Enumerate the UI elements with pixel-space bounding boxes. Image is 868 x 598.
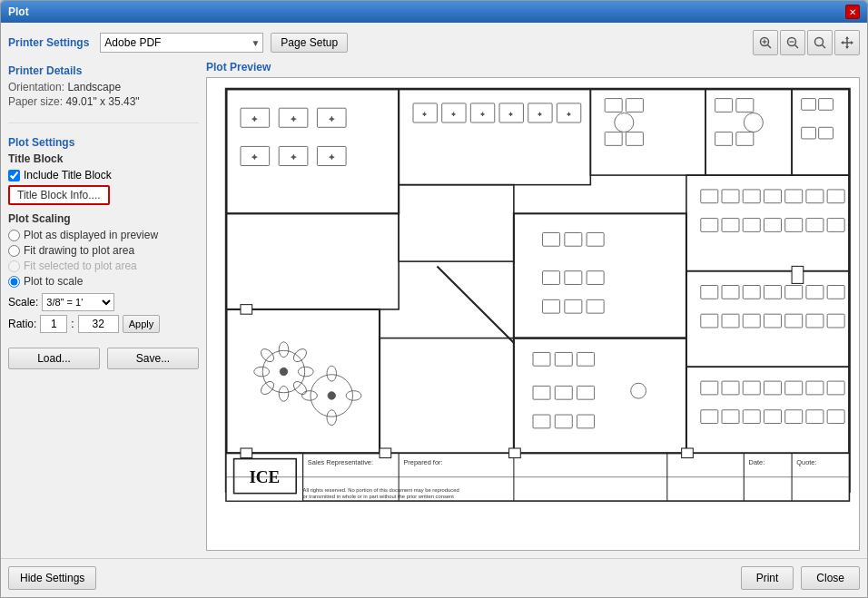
radio-fit-drawing-input[interactable] — [8, 245, 20, 257]
radio-plot-to-scale-input[interactable] — [8, 276, 20, 288]
printer-dropdown-wrapper: Adobe PDF ▼ — [100, 33, 263, 53]
ratio-left-input[interactable] — [40, 315, 67, 333]
main-content: Printer Settings Adobe PDF ▼ Page Setup — [1, 23, 867, 558]
svg-text:✦: ✦ — [252, 152, 258, 162]
svg-text:✦: ✦ — [567, 111, 571, 117]
radio-fit-selected-input — [8, 260, 20, 272]
pan-button[interactable] — [834, 30, 860, 55]
svg-text:Date:: Date: — [749, 458, 765, 466]
svg-text:Quote:: Quote: — [796, 458, 816, 466]
window-title: Plot — [8, 5, 29, 18]
scale-dropdown-wrapper: 3/8" = 1' — [42, 293, 114, 311]
ratio-colon: : — [71, 318, 74, 330]
svg-text:✦: ✦ — [291, 152, 297, 162]
svg-text:✦: ✦ — [480, 111, 485, 117]
include-title-block-checkbox[interactable] — [8, 170, 20, 181]
svg-point-134 — [328, 392, 335, 399]
orientation-label: Orientation: — [8, 81, 64, 93]
apply-button[interactable]: Apply — [123, 315, 161, 333]
radio-fit-selected: Fit selected to plot area — [8, 260, 199, 272]
include-title-block-row: Include Title Block — [8, 169, 199, 181]
radio-plot-to-scale: Plot to scale — [8, 275, 199, 288]
scale-select[interactable]: 3/8" = 1' — [42, 293, 114, 311]
svg-marker-11 — [845, 36, 849, 39]
radio-fit-selected-label: Fit selected to plot area — [24, 260, 137, 272]
include-title-block-label: Include Title Block — [24, 169, 112, 181]
svg-text:✦: ✦ — [291, 114, 297, 123]
load-save-row: Load... Save... — [8, 348, 199, 369]
ratio-right-input[interactable] — [78, 315, 119, 333]
svg-text:✦: ✦ — [252, 114, 258, 123]
save-button[interactable]: Save... — [107, 348, 199, 369]
svg-point-7 — [815, 38, 824, 46]
printer-details-section: Printer Details Orientation: Landscape P… — [8, 61, 199, 113]
printer-settings-label: Printer Settings — [8, 36, 89, 49]
plot-settings-header: Plot Settings — [8, 136, 199, 149]
svg-line-8 — [823, 45, 826, 49]
svg-text:✦: ✦ — [451, 111, 456, 117]
hide-settings-button[interactable]: Hide Settings — [8, 566, 96, 590]
title-block-info-button[interactable]: Title Block Info.... — [8, 185, 110, 205]
zoom-out-button[interactable] — [780, 30, 805, 55]
radio-displayed-preview: Plot as displayed in preview — [8, 229, 199, 241]
title-block-section: Title Block Include Title Block Title Bl… — [8, 152, 199, 205]
paper-size-row: Paper size: 49.01" x 35.43" — [8, 95, 199, 108]
svg-text:✦: ✦ — [422, 111, 427, 117]
svg-line-5 — [795, 45, 799, 49]
page-setup-button[interactable]: Page Setup — [271, 33, 348, 53]
svg-rect-166 — [682, 448, 694, 458]
svg-rect-15 — [226, 89, 849, 491]
svg-rect-169 — [792, 266, 804, 283]
radio-displayed-preview-input[interactable] — [8, 230, 20, 241]
svg-rect-165 — [509, 448, 521, 458]
svg-text:Sales Representative:: Sales Representative: — [308, 458, 373, 466]
svg-text:✦: ✦ — [329, 152, 335, 162]
preview-label: Plot Preview — [206, 61, 860, 74]
paper-size-value: 49.01" x 35.43" — [65, 95, 139, 108]
ratio-row: Ratio: : Apply — [8, 315, 199, 333]
svg-rect-168 — [241, 305, 252, 315]
orientation-row: Orientation: Landscape — [8, 81, 199, 93]
svg-line-1 — [768, 45, 772, 49]
svg-text:Prepared for:: Prepared for: — [403, 458, 442, 466]
scale-row: Scale: 3/8" = 1' — [8, 293, 199, 311]
fit-view-button[interactable] — [807, 30, 833, 55]
print-button[interactable]: Print — [741, 566, 794, 590]
svg-rect-167 — [241, 448, 252, 458]
svg-text:✦: ✦ — [538, 111, 542, 117]
zoom-in-button[interactable] — [753, 30, 778, 55]
toolbar-icons — [753, 30, 860, 55]
close-dialog-button[interactable]: Close — [801, 566, 860, 590]
radio-displayed-preview-label: Plot as displayed in preview — [24, 229, 158, 241]
title-block-header: Title Block — [8, 152, 199, 165]
body-section: Printer Details Orientation: Landscape P… — [8, 61, 860, 551]
printer-details-header: Printer Details — [8, 64, 199, 77]
window-close-button[interactable]: ✕ — [845, 5, 860, 19]
paper-size-label: Paper size: — [8, 95, 63, 108]
radio-fit-drawing: Fit drawing to plot area — [8, 244, 199, 257]
radio-fit-drawing-label: Fit drawing to plot area — [24, 244, 134, 257]
floor-plan-svg: ICE Sales Representative: Prepare — [207, 78, 859, 550]
svg-text:✦: ✦ — [508, 111, 513, 117]
printer-select[interactable]: Adobe PDF — [100, 33, 263, 53]
plot-scaling-section: Plot Scaling Plot as displayed in previe… — [8, 212, 199, 333]
plot-scaling-header: Plot Scaling — [8, 212, 199, 225]
svg-marker-14 — [851, 41, 853, 44]
ratio-label: Ratio: — [8, 318, 36, 330]
svg-marker-12 — [845, 46, 849, 49]
title-bar: Plot ✕ — [1, 1, 867, 23]
right-buttons: Print Close — [741, 566, 860, 590]
preview-area: ICE Sales Representative: Prepare — [206, 77, 860, 551]
plot-settings-section: Plot Settings Title Block Include Title … — [8, 132, 199, 337]
svg-marker-13 — [841, 41, 843, 44]
printer-settings-row: Printer Settings Adobe PDF ▼ Page Setup — [8, 30, 860, 55]
svg-point-124 — [280, 368, 287, 375]
svg-text:✦: ✦ — [329, 114, 335, 123]
svg-rect-164 — [380, 448, 391, 458]
bottom-bar: Hide Settings Print Close — [1, 558, 867, 597]
orientation-value: Landscape — [67, 81, 121, 93]
radio-plot-to-scale-label: Plot to scale — [24, 275, 83, 288]
load-button[interactable]: Load... — [8, 348, 100, 369]
scale-label: Scale: — [8, 296, 38, 309]
svg-text:All rights reserved. No portio: All rights reserved. No portion of this … — [303, 487, 459, 493]
